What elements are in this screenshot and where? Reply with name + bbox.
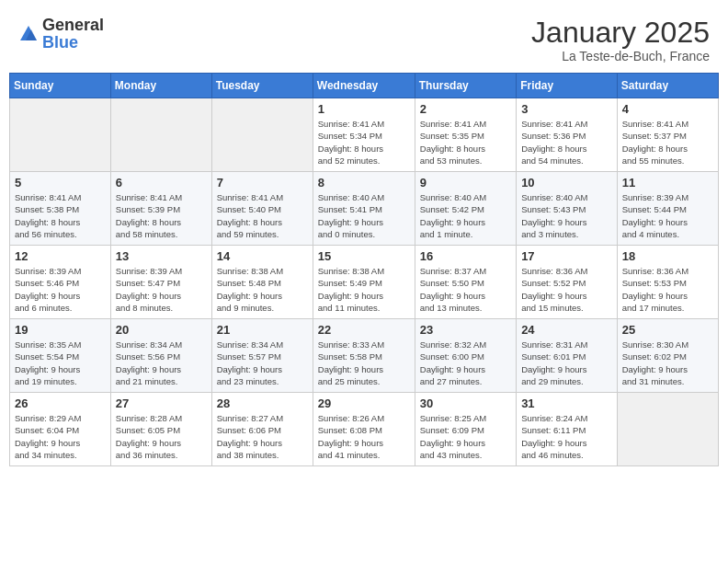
day-cell: 24Sunrise: 8:31 AM Sunset: 6:01 PM Dayli… xyxy=(517,319,618,393)
day-number: 5 xyxy=(15,176,106,190)
day-number: 15 xyxy=(318,249,410,263)
page-header: General Blue January 2025 La Teste-de-Bu… xyxy=(9,9,719,69)
day-number: 9 xyxy=(420,176,511,190)
day-cell: 22Sunrise: 8:33 AM Sunset: 5:58 PM Dayli… xyxy=(313,319,415,393)
day-info: Sunrise: 8:29 AM Sunset: 6:04 PM Dayligh… xyxy=(15,412,106,461)
day-cell: 10Sunrise: 8:40 AM Sunset: 5:43 PM Dayli… xyxy=(517,172,618,246)
day-number: 7 xyxy=(217,176,308,190)
day-info: Sunrise: 8:38 AM Sunset: 5:49 PM Dayligh… xyxy=(318,265,410,314)
day-cell: 14Sunrise: 8:38 AM Sunset: 5:48 PM Dayli… xyxy=(211,246,313,319)
day-cell: 16Sunrise: 8:37 AM Sunset: 5:50 PM Dayli… xyxy=(415,246,516,319)
week-row-1: 1Sunrise: 8:41 AM Sunset: 5:34 PM Daylig… xyxy=(10,98,719,172)
day-info: Sunrise: 8:39 AM Sunset: 5:47 PM Dayligh… xyxy=(116,265,207,314)
day-info: Sunrise: 8:32 AM Sunset: 6:00 PM Dayligh… xyxy=(420,339,511,387)
day-cell: 23Sunrise: 8:32 AM Sunset: 6:00 PM Dayli… xyxy=(415,319,516,393)
day-number: 3 xyxy=(521,102,612,116)
day-number: 12 xyxy=(15,249,106,263)
logo-text: General Blue xyxy=(42,17,104,52)
day-info: Sunrise: 8:34 AM Sunset: 5:57 PM Dayligh… xyxy=(217,339,308,387)
day-cell xyxy=(617,393,718,466)
weekday-header-row: SundayMondayTuesdayWednesdayThursdayFrid… xyxy=(10,74,719,98)
day-info: Sunrise: 8:41 AM Sunset: 5:38 PM Dayligh… xyxy=(15,191,106,240)
week-row-2: 5Sunrise: 8:41 AM Sunset: 5:38 PM Daylig… xyxy=(10,172,719,246)
day-cell: 30Sunrise: 8:25 AM Sunset: 6:09 PM Dayli… xyxy=(415,393,516,466)
week-row-4: 19Sunrise: 8:35 AM Sunset: 5:54 PM Dayli… xyxy=(10,319,719,393)
day-cell: 25Sunrise: 8:30 AM Sunset: 6:02 PM Dayli… xyxy=(617,319,718,393)
weekday-header-monday: Monday xyxy=(110,74,211,98)
day-cell: 21Sunrise: 8:34 AM Sunset: 5:57 PM Dayli… xyxy=(211,319,313,393)
day-info: Sunrise: 8:27 AM Sunset: 6:06 PM Dayligh… xyxy=(217,412,308,461)
logo-blue: Blue xyxy=(42,33,78,52)
day-number: 16 xyxy=(420,249,511,263)
day-cell: 27Sunrise: 8:28 AM Sunset: 6:05 PM Dayli… xyxy=(110,393,211,466)
day-info: Sunrise: 8:41 AM Sunset: 5:35 PM Dayligh… xyxy=(420,118,511,167)
day-info: Sunrise: 8:35 AM Sunset: 5:54 PM Dayligh… xyxy=(15,339,106,387)
weekday-header-saturday: Saturday xyxy=(617,74,718,98)
day-number: 23 xyxy=(420,323,511,337)
weekday-header-thursday: Thursday xyxy=(415,74,516,98)
day-cell: 9Sunrise: 8:40 AM Sunset: 5:42 PM Daylig… xyxy=(415,172,516,246)
day-number: 6 xyxy=(116,176,207,190)
weekday-header-wednesday: Wednesday xyxy=(313,74,415,98)
day-number: 31 xyxy=(521,396,612,410)
week-row-3: 12Sunrise: 8:39 AM Sunset: 5:46 PM Dayli… xyxy=(10,246,719,319)
day-info: Sunrise: 8:41 AM Sunset: 5:37 PM Dayligh… xyxy=(622,118,713,167)
day-info: Sunrise: 8:38 AM Sunset: 5:48 PM Dayligh… xyxy=(217,265,308,314)
day-number: 18 xyxy=(622,249,713,263)
day-cell: 5Sunrise: 8:41 AM Sunset: 5:38 PM Daylig… xyxy=(10,172,111,246)
day-info: Sunrise: 8:37 AM Sunset: 5:50 PM Dayligh… xyxy=(420,265,511,314)
day-info: Sunrise: 8:28 AM Sunset: 6:05 PM Dayligh… xyxy=(116,412,207,461)
day-cell: 17Sunrise: 8:36 AM Sunset: 5:52 PM Dayli… xyxy=(517,246,618,319)
day-number: 4 xyxy=(622,102,713,116)
day-cell: 26Sunrise: 8:29 AM Sunset: 6:04 PM Dayli… xyxy=(10,393,111,466)
day-cell xyxy=(10,98,111,172)
weekday-header-friday: Friday xyxy=(517,74,618,98)
day-number: 26 xyxy=(15,396,106,410)
day-cell: 2Sunrise: 8:41 AM Sunset: 5:35 PM Daylig… xyxy=(415,98,516,172)
day-cell: 8Sunrise: 8:40 AM Sunset: 5:41 PM Daylig… xyxy=(313,172,415,246)
day-cell xyxy=(211,98,313,172)
day-info: Sunrise: 8:40 AM Sunset: 5:42 PM Dayligh… xyxy=(420,191,511,240)
day-info: Sunrise: 8:36 AM Sunset: 5:53 PM Dayligh… xyxy=(622,265,713,314)
day-cell xyxy=(110,98,211,172)
day-info: Sunrise: 8:25 AM Sunset: 6:09 PM Dayligh… xyxy=(420,412,511,461)
day-number: 20 xyxy=(116,323,207,337)
day-number: 2 xyxy=(420,102,511,116)
day-number: 28 xyxy=(217,396,308,410)
day-info: Sunrise: 8:39 AM Sunset: 5:44 PM Dayligh… xyxy=(622,191,713,240)
logo: General Blue xyxy=(18,17,104,52)
day-info: Sunrise: 8:39 AM Sunset: 5:46 PM Dayligh… xyxy=(15,265,106,314)
day-cell: 19Sunrise: 8:35 AM Sunset: 5:54 PM Dayli… xyxy=(10,319,111,393)
day-number: 1 xyxy=(318,102,410,116)
day-cell: 12Sunrise: 8:39 AM Sunset: 5:46 PM Dayli… xyxy=(10,246,111,319)
day-number: 21 xyxy=(217,323,308,337)
day-cell: 3Sunrise: 8:41 AM Sunset: 5:36 PM Daylig… xyxy=(517,98,618,172)
month-title: January 2025 xyxy=(531,17,710,49)
day-info: Sunrise: 8:30 AM Sunset: 6:02 PM Dayligh… xyxy=(622,339,713,387)
day-number: 8 xyxy=(318,176,410,190)
day-number: 24 xyxy=(521,323,612,337)
day-number: 13 xyxy=(116,249,207,263)
day-info: Sunrise: 8:41 AM Sunset: 5:40 PM Dayligh… xyxy=(217,191,308,240)
day-number: 25 xyxy=(622,323,713,337)
day-cell: 6Sunrise: 8:41 AM Sunset: 5:39 PM Daylig… xyxy=(110,172,211,246)
day-info: Sunrise: 8:33 AM Sunset: 5:58 PM Dayligh… xyxy=(318,339,410,387)
day-cell: 31Sunrise: 8:24 AM Sunset: 6:11 PM Dayli… xyxy=(517,393,618,466)
day-number: 19 xyxy=(15,323,106,337)
day-number: 14 xyxy=(217,249,308,263)
day-cell: 18Sunrise: 8:36 AM Sunset: 5:53 PM Dayli… xyxy=(617,246,718,319)
day-cell: 11Sunrise: 8:39 AM Sunset: 5:44 PM Dayli… xyxy=(617,172,718,246)
day-info: Sunrise: 8:41 AM Sunset: 5:39 PM Dayligh… xyxy=(116,191,207,240)
calendar-table: SundayMondayTuesdayWednesdayThursdayFrid… xyxy=(9,73,719,466)
day-info: Sunrise: 8:41 AM Sunset: 5:34 PM Dayligh… xyxy=(318,118,410,167)
weekday-header-sunday: Sunday xyxy=(10,74,111,98)
day-number: 17 xyxy=(521,249,612,263)
day-cell: 20Sunrise: 8:34 AM Sunset: 5:56 PM Dayli… xyxy=(110,319,211,393)
day-cell: 13Sunrise: 8:39 AM Sunset: 5:47 PM Dayli… xyxy=(110,246,211,319)
location-title: La Teste-de-Buch, France xyxy=(531,49,710,63)
day-info: Sunrise: 8:24 AM Sunset: 6:11 PM Dayligh… xyxy=(521,412,612,461)
day-info: Sunrise: 8:34 AM Sunset: 5:56 PM Dayligh… xyxy=(116,339,207,387)
logo-general: General xyxy=(42,16,104,34)
day-number: 11 xyxy=(622,176,713,190)
day-cell: 15Sunrise: 8:38 AM Sunset: 5:49 PM Dayli… xyxy=(313,246,415,319)
